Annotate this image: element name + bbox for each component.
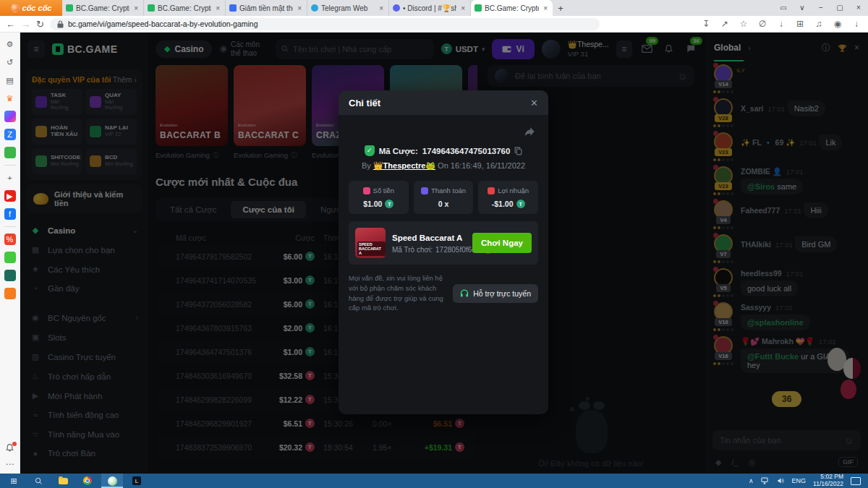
browser-tab[interactable]: BC.Game: Crypto Casino Gam × [471, 0, 553, 16]
rail-icon[interactable]: Z [4, 129, 16, 140]
address-action-icon[interactable]: ↧ [700, 18, 712, 30]
bet-datetime: 16:16:49, 16/11/2022 [451, 161, 525, 170]
coccoc-brand-label: cốc cốc [22, 4, 52, 12]
rail-icon[interactable]: ⚙ [4, 38, 16, 50]
volume-icon[interactable] [777, 477, 785, 484]
browser-tab[interactable]: BC.Game: Crypto Casino Gam × [144, 0, 226, 16]
lock-icon [57, 20, 64, 28]
stat-box: Lợi nhuận -$1.00T [478, 181, 538, 214]
tab-favicon [148, 4, 155, 12]
league-of-legends-icon[interactable]: L [126, 474, 148, 488]
support-row: Mọi vấn đề, xin vui lòng liên hệ với bộ … [349, 273, 538, 313]
language-indicator[interactable]: ENG [792, 477, 807, 484]
stat-value: 0 x [438, 200, 449, 208]
rail-icon[interactable] [4, 288, 16, 299]
divider [4, 226, 16, 227]
taskbar-clock[interactable]: 5:02 PM 11/16/2022 [813, 474, 843, 488]
stat-label: Số tiền [373, 187, 395, 194]
forward-button[interactable]: → [21, 19, 30, 30]
chrome-icon[interactable] [77, 474, 98, 488]
rail-icon[interactable]: f [4, 208, 16, 220]
tab-title: • Discord | #🏆show-off-you [403, 4, 456, 12]
address-action-icon[interactable]: ♫ [813, 18, 825, 30]
share-icon[interactable] [339, 115, 548, 137]
tab-title: Giảm tiền mặt theo tiến hóa [239, 4, 293, 12]
divider [4, 165, 16, 166]
rail-icon[interactable] [4, 252, 16, 263]
taskbar-search-icon[interactable] [27, 474, 49, 488]
stat-value: -$1.00 [492, 200, 514, 208]
window-control-button[interactable]: × [849, 0, 868, 16]
tab-close-icon[interactable]: × [132, 4, 140, 12]
url-field[interactable]: bc.game/vi/game/speed-baccarat-a-by-evol… [50, 18, 600, 30]
notifications-bell-icon[interactable] [5, 443, 14, 453]
tray-expand-icon[interactable]: ∧ [749, 477, 754, 484]
tab-close-icon[interactable]: × [378, 4, 385, 12]
browser-tabbar: cốc cốc BC.Game: Crypto Casino Gam × BC.… [0, 0, 868, 16]
file-explorer-icon[interactable] [52, 474, 74, 488]
bet-stats-row: Số tiền $1.00T Thanh toán 0 xT Lợi nhuận… [349, 181, 538, 214]
stat-label: Lợi nhuận [498, 187, 529, 194]
bcgame-page: ≡ BC.GAME Đặc quyền VIP của tôi Thêm › [20, 33, 868, 474]
coccoc-taskbar-icon[interactable] [101, 474, 123, 488]
tab-favicon [475, 4, 482, 12]
address-actions: ↧ ↗ ☆ ∅ ↓ ⊞ ♫ ◉ ↓ [700, 18, 862, 30]
rail-icon[interactable] [4, 147, 16, 158]
clock-date: 11/16/2022 [813, 480, 843, 487]
bet-id-value: 1749643647475013760 [422, 147, 511, 155]
rail-icon[interactable] [4, 111, 16, 122]
tab-close-icon[interactable]: × [542, 4, 549, 12]
tab-close-icon[interactable]: × [214, 4, 221, 12]
rail-icon[interactable]: ▤ [4, 74, 16, 86]
notification-dot [12, 442, 17, 446]
address-action-icon[interactable]: ↓ [851, 18, 862, 30]
tab-title: BC.Game: Crypto Casino Gam [76, 4, 129, 12]
bettor-username-link[interactable]: 👑Thespectre🐸 [373, 161, 435, 170]
window-control-button[interactable]: ▢ [830, 0, 849, 16]
play-now-button[interactable]: Chơi Ngay [472, 233, 532, 253]
live-support-button[interactable]: Hỗ trợ trực tuyến [453, 284, 538, 303]
copy-icon[interactable] [514, 147, 522, 155]
window-control-button[interactable]: − [812, 0, 830, 16]
new-tab-button[interactable]: + [553, 0, 569, 16]
window-controls: ▭ ∨ − ▢ × [774, 0, 868, 16]
action-center-icon[interactable] [851, 477, 861, 485]
back-button[interactable]: ← [6, 19, 15, 30]
rail-icon[interactable] [4, 270, 16, 281]
browser-tab[interactable]: Giảm tiền mặt theo tiến hóa × [226, 0, 307, 16]
currency-icon: T [385, 200, 393, 208]
address-action-icon[interactable]: ↗ [719, 18, 731, 30]
screen: cốc cốc BC.Game: Crypto Casino Gam × BC.… [0, 0, 868, 488]
rail-icon[interactable]: % [4, 234, 16, 245]
more-options-icon[interactable]: ⋯ [6, 459, 14, 469]
window-control-button[interactable]: ∨ [793, 0, 812, 16]
modal-title: Chi tiết [349, 98, 380, 108]
add-shortcut-button[interactable]: + [4, 172, 16, 184]
address-action-icon[interactable]: ⊞ [794, 18, 806, 30]
tab-favicon [311, 4, 318, 12]
browser-tab[interactable]: BC.Game: Crypto Casino Gam × [62, 0, 144, 16]
tab-favicon [66, 4, 73, 12]
rail-icon[interactable]: ↺ [4, 56, 16, 68]
rail-icon[interactable]: ▶ [4, 190, 16, 202]
browser-tab[interactable]: • Discord | #🏆show-off-you × [389, 0, 471, 16]
tab-close-icon[interactable]: × [296, 4, 303, 12]
game-name: Speed Baccarat A [392, 234, 462, 242]
currency-icon: T [516, 200, 525, 208]
address-action-icon[interactable]: ◉ [832, 18, 843, 30]
coccoc-logo-icon [11, 4, 20, 12]
stat-value: $1.00 [363, 200, 382, 208]
reload-button[interactable]: ↻ [36, 19, 44, 30]
address-action-icon[interactable]: ↓ [775, 18, 787, 30]
window-control-button[interactable]: ▭ [774, 0, 793, 16]
address-action-icon[interactable]: ∅ [757, 18, 768, 30]
tab-close-icon[interactable]: × [459, 4, 467, 12]
windows-taskbar: ⊞ L ∧ ENG 5:02 PM 11/16/2022 [0, 474, 868, 488]
modal-close-icon[interactable]: ✕ [530, 98, 538, 108]
browser-tab[interactable]: Telegram Web × [307, 0, 389, 16]
start-button[interactable]: ⊞ [3, 474, 25, 488]
rail-icon[interactable]: ♛ [4, 93, 16, 104]
coccoc-brand[interactable]: cốc cốc [0, 0, 62, 16]
address-action-icon[interactable]: ☆ [738, 18, 749, 30]
network-icon[interactable] [761, 477, 770, 484]
